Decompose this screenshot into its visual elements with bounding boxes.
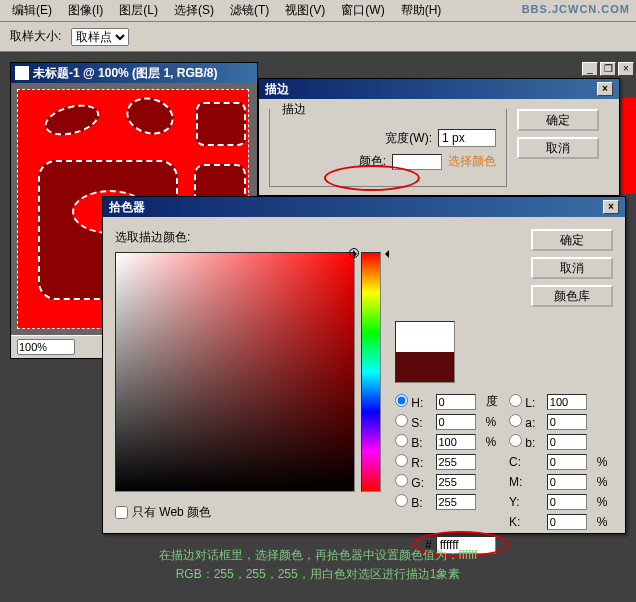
stroke-group: 宽度(W): 颜色: 选择颜色 (269, 109, 507, 187)
radio-a[interactable] (509, 414, 522, 427)
radio-bch[interactable] (395, 494, 408, 507)
bval-input[interactable] (436, 434, 476, 450)
h-unit: 度 (486, 393, 503, 410)
workspace-window-controls: _ ❐ × (580, 62, 634, 76)
menu-image[interactable]: 图像(I) (60, 0, 111, 22)
menu-edit[interactable]: 编辑(E) (4, 0, 60, 22)
c-label: C: (509, 455, 541, 469)
menu-select[interactable]: 选择(S) (166, 0, 222, 22)
radio-g[interactable] (395, 474, 408, 487)
picker-prompt: 选取描边颜色: (115, 229, 381, 246)
a-label: a: (525, 416, 535, 430)
m-input[interactable] (547, 474, 587, 490)
width-label: 宽度(W): (385, 130, 432, 147)
bch-label: B: (411, 496, 422, 510)
s-label: S: (411, 416, 422, 430)
h-label: H: (411, 396, 423, 410)
bval-label: B: (411, 436, 422, 450)
m-unit: % (597, 475, 613, 489)
selection-shape (41, 99, 102, 141)
color-library-button[interactable]: 颜色库 (531, 285, 613, 307)
s-input[interactable] (436, 414, 476, 430)
stroke-dialog: 描边 × 宽度(W): 颜色: 选择颜色 确定 取消 (258, 78, 620, 196)
watermark-text: BBS.JCWCN.COM (522, 3, 630, 15)
selection-shape (122, 92, 178, 139)
a-input[interactable] (547, 414, 587, 430)
g-input[interactable] (436, 474, 476, 490)
menu-view[interactable]: 视图(V) (277, 0, 333, 22)
tutorial-caption: 在描边对话框里，选择颜色，再拾色器中设置颜色值为：ffffff RGB：255，… (0, 546, 636, 584)
document-titlebar[interactable]: 未标题-1 @ 100% (图层 1, RGB/8) (11, 63, 257, 83)
y-input[interactable] (547, 494, 587, 510)
caption-line1: 在描边对话框里，选择颜色，再拾色器中设置颜色值为：ffffff (0, 546, 636, 565)
s-unit: % (486, 415, 503, 429)
radio-l[interactable] (509, 394, 522, 407)
k-input[interactable] (547, 514, 587, 530)
cancel-button[interactable]: 取消 (517, 137, 599, 159)
bval-unit: % (486, 435, 503, 449)
y-unit: % (597, 495, 613, 509)
blab-label: b: (525, 436, 535, 450)
radio-bval[interactable] (395, 434, 408, 447)
menu-layer[interactable]: 图层(L) (111, 0, 166, 22)
r-input[interactable] (436, 454, 476, 470)
color-fields: H: 度 L: S: % a: B: % b: R: C: % G: M: (395, 393, 613, 530)
picker-titlebar[interactable]: 拾色器 × (103, 197, 625, 217)
radio-h[interactable] (395, 394, 408, 407)
select-color-link[interactable]: 选择颜色 (448, 153, 496, 170)
h-input[interactable] (436, 394, 476, 410)
g-label: G: (411, 476, 424, 490)
saturation-value-box[interactable] (115, 252, 355, 492)
color-label: 颜色: (359, 153, 386, 170)
web-only-checkbox[interactable]: 只有 Web 颜色 (115, 504, 381, 521)
y-label: Y: (509, 495, 541, 509)
sample-size-label: 取样大小: (10, 28, 61, 45)
old-color-swatch[interactable] (396, 352, 454, 382)
radio-r[interactable] (395, 454, 408, 467)
color-swatch[interactable] (392, 154, 442, 170)
color-picker-dialog: 拾色器 × 选取描边颜色: 只有 Web 颜色 确定 取消 (102, 196, 626, 534)
close-icon[interactable]: × (603, 200, 619, 214)
document-title: 未标题-1 @ 100% (图层 1, RGB/8) (33, 65, 217, 82)
stroke-title: 描边 (265, 81, 289, 98)
l-label: L: (525, 396, 535, 410)
cancel-button[interactable]: 取消 (531, 257, 613, 279)
stroke-titlebar[interactable]: 描边 × (259, 79, 619, 99)
zoom-input[interactable] (17, 339, 75, 355)
c-input[interactable] (547, 454, 587, 470)
k-unit: % (597, 515, 613, 529)
bch-input[interactable] (436, 494, 476, 510)
picker-title: 拾色器 (109, 199, 145, 216)
menu-help[interactable]: 帮助(H) (393, 0, 450, 22)
ok-button[interactable]: 确定 (517, 109, 599, 131)
ok-button[interactable]: 确定 (531, 229, 613, 251)
web-only-input[interactable] (115, 506, 128, 519)
hue-slider[interactable] (361, 252, 381, 492)
document-icon (15, 66, 29, 80)
m-label: M: (509, 475, 541, 489)
blab-input[interactable] (547, 434, 587, 450)
radio-s[interactable] (395, 414, 408, 427)
k-label: K: (509, 515, 541, 529)
stroke-buttons: 确定 取消 (517, 109, 599, 187)
new-color-swatch[interactable] (396, 322, 454, 352)
new-old-swatch (395, 321, 455, 383)
restore-icon[interactable]: ❐ (600, 62, 616, 76)
selection-shape (196, 102, 246, 146)
l-input[interactable] (547, 394, 587, 410)
r-label: R: (411, 456, 423, 470)
sample-size-select[interactable]: 取样点 (71, 28, 129, 46)
canvas-peek (622, 98, 636, 194)
close-icon[interactable]: × (618, 62, 634, 76)
caption-line2: RGB：255，255，255，用白色对选区进行描边1象素 (0, 565, 636, 584)
width-input[interactable] (438, 129, 496, 147)
options-bar: 取样大小: 取样点 (0, 22, 636, 52)
minimize-icon[interactable]: _ (582, 62, 598, 76)
hue-slider-thumb-icon (357, 250, 385, 256)
menu-filter[interactable]: 滤镜(T) (222, 0, 277, 22)
web-only-label: 只有 Web 颜色 (132, 504, 211, 521)
c-unit: % (597, 455, 613, 469)
menu-window[interactable]: 窗口(W) (333, 0, 392, 22)
radio-blab[interactable] (509, 434, 522, 447)
close-icon[interactable]: × (597, 82, 613, 96)
